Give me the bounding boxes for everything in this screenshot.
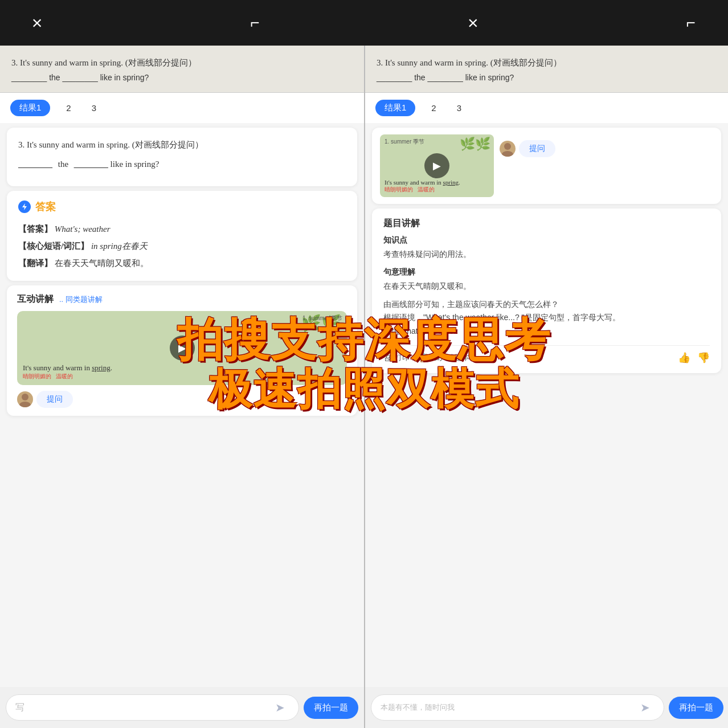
- crop-icon-right[interactable]: ⌐: [677, 14, 705, 32]
- left-answer-val1: What's; weather: [55, 224, 111, 234]
- left-video-text-overlay: It's sunny and warm in spring. 晴朗明媚的 温暖的: [23, 363, 112, 381]
- error-book-icon: 📋: [419, 353, 430, 363]
- right-send-icon[interactable]: ➤: [640, 701, 650, 714]
- crop-icon-left[interactable]: ⌐: [241, 14, 269, 32]
- left-answer-title-row: 答案: [18, 200, 346, 214]
- svg-point-4: [502, 151, 513, 157]
- right-blank-line: ________ the ________ like in spring?: [377, 73, 514, 82]
- left-answer-val3: 在春天天气晴朗又暖和。: [55, 259, 149, 268]
- left-tab-2[interactable]: 2: [62, 100, 75, 116]
- left-video-main-text: It's sunny and warm in spring.: [23, 363, 112, 373]
- left-ask-button[interactable]: 提问: [36, 391, 73, 408]
- similar-link[interactable]: .. 同类题讲解: [59, 295, 103, 305]
- left-blank2: ________: [74, 159, 108, 169]
- right-print-button[interactable]: 🖨 打印: [383, 353, 410, 363]
- right-video-overlay: It's sunny and warm in spring. 晴朗明媚的 温暖的: [385, 179, 460, 194]
- thumb-down-button[interactable]: 👎: [697, 351, 710, 364]
- right-analysis-body3: 故填What's; weather.: [383, 325, 710, 338]
- right-question-text: 3. It's sunny and warm in spring. (对画线部分…: [377, 56, 717, 69]
- right-video-note: 1. summer 季节: [385, 138, 424, 146]
- right-sentence-body: 在春天天气晴朗又暖和。: [383, 280, 710, 293]
- left-tab-3[interactable]: 3: [87, 100, 101, 116]
- right-section-title: 题目讲解: [383, 218, 710, 230]
- left-blank-line: ________ the ________ like in spring?: [11, 73, 149, 82]
- left-input-box[interactable]: 写 ➤: [6, 694, 299, 721]
- close-icon-left[interactable]: ×: [23, 13, 51, 34]
- right-knowledge-title: 知识点: [383, 235, 710, 246]
- svg-point-1: [22, 394, 28, 400]
- left-blank1: ________: [18, 159, 52, 169]
- left-answer-blanks: ________ the ________ like in spring?: [18, 157, 346, 172]
- left-answer-card: 3. It's sunny and warm in spring. (对画线部分…: [7, 128, 357, 186]
- left-answer-question: 3. It's sunny and warm in spring. (对画线部分…: [18, 138, 346, 153]
- right-print-bar: 🖨 打印 📋 加入错题本 👍 👎: [383, 345, 710, 364]
- left-answer-line2: 【核心短语/词汇】 in spring在春天: [18, 238, 346, 255]
- svg-point-2: [19, 402, 31, 407]
- right-question-image: 3. It's sunny and warm in spring. (对画线部分…: [365, 46, 728, 93]
- left-answer-label3: 【翻译】: [18, 259, 52, 268]
- answer-section-title: 答案: [35, 200, 56, 214]
- right-tab-1[interactable]: 结果1: [375, 100, 415, 116]
- main-area: 3. It's sunny and warm in spring. (对画线部分…: [0, 46, 728, 728]
- left-avatar: [17, 391, 33, 407]
- right-tab-3[interactable]: 3: [452, 100, 466, 116]
- left-answer-val2: in spring在春天: [91, 242, 148, 251]
- left-ask-btn-row: 提问: [17, 391, 347, 408]
- left-input-placeholder-text: 写: [15, 702, 24, 714]
- right-question-blank: ________ the ________ like in spring?: [377, 73, 717, 82]
- left-interactive-header: 互动讲解 .. 同类题讲解: [17, 293, 347, 305]
- right-knowledge-body: 考查特殊疑问词的用法。: [383, 248, 710, 261]
- avatar-icon: [17, 391, 33, 407]
- right-input-box[interactable]: 本题有不懂，随时问我 ➤: [371, 694, 664, 721]
- answer-icon: [18, 201, 31, 213]
- right-tree-deco: 🌿🌿: [460, 137, 490, 152]
- left-question-text: 3. It's sunny and warm in spring. (对画线部分…: [11, 56, 353, 69]
- left-question-blank: ________ the ________ like in spring?: [11, 73, 353, 82]
- left-answer-line1: 【答案】 What's; weather: [18, 220, 346, 238]
- svg-marker-0: [22, 203, 27, 210]
- right-error-book-button[interactable]: 📋 加入错题本: [419, 353, 469, 363]
- left-question-main-text: 3. It's sunny and warm in spring. (对画线部分…: [11, 58, 197, 67]
- left-answer-label1: 【答案】: [18, 224, 52, 234]
- right-video-spring: spring: [443, 179, 459, 186]
- left-tab-1[interactable]: 结果1: [10, 100, 50, 116]
- right-input-placeholder-text: 本题有不懂，随时问我: [381, 702, 455, 713]
- right-tab-2[interactable]: 2: [427, 100, 440, 116]
- right-explanation-section: 题目讲解 知识点 考查特殊疑问词的用法。 句意理解 在春天天气晴朗又暖和。 由画…: [372, 208, 721, 373]
- right-video-card: 🌿🌿 ▶ It's sunny and warm in spring. 晴朗明媚…: [372, 128, 721, 204]
- right-analysis-body2: 根据语境，"What's the weather like...? "是固定句型…: [383, 311, 710, 325]
- error-book-label: 加入错题本: [432, 353, 469, 363]
- left-send-icon[interactable]: ➤: [275, 701, 285, 714]
- left-panel: 3. It's sunny and warm in spring. (对画线部分…: [0, 46, 364, 728]
- right-panel: 3. It's sunny and warm in spring. (对画线部分…: [364, 46, 728, 728]
- svg-point-3: [504, 143, 511, 150]
- right-video-play-button[interactable]: ▶: [424, 153, 449, 178]
- right-sentence-title: 句意理解: [383, 267, 710, 277]
- close-icon-right[interactable]: ×: [459, 13, 487, 34]
- print-label: 打印: [395, 353, 410, 363]
- right-video-info: 提问: [500, 134, 713, 197]
- right-avatar: [500, 141, 516, 157]
- right-bottom-bar: 本题有不懂，随时问我 ➤ 再拍一题: [365, 687, 728, 728]
- left-video-play-button[interactable]: ▶: [170, 336, 195, 361]
- left-answer-section: 答案 【答案】 What's; weather 【核心短语/词汇】 in spr…: [7, 191, 357, 281]
- left-video-annotation: 晴朗明媚的 温暖的: [23, 373, 112, 381]
- thumb-up-button[interactable]: 👍: [678, 351, 690, 364]
- left-like: like in spring?: [111, 159, 159, 169]
- thumb-icons-group: 👍 👎: [678, 351, 710, 364]
- right-ask-btn-row: 提问: [500, 140, 713, 157]
- print-icon: 🖨: [383, 353, 392, 362]
- right-avatar-icon: [500, 141, 516, 157]
- left-interactive-section: 互动讲解 .. 同类题讲解 🌿🌿 ▶ It's sunny and warm i…: [7, 285, 357, 416]
- left-the: the: [58, 159, 71, 169]
- left-question-image: 3. It's sunny and warm in spring. (对画线部分…: [0, 46, 364, 93]
- right-analysis-body1: 由画线部分可知，主题应该问春天的天气怎么样？: [383, 298, 710, 312]
- right-ask-button[interactable]: 提问: [519, 140, 555, 157]
- right-rephotograph-button[interactable]: 再拍一题: [669, 697, 723, 719]
- left-video-note: 1. summer 季节: [302, 314, 342, 322]
- right-video-annotation: 晴朗明媚的 温暖的: [385, 186, 460, 194]
- left-answer-label2: 【核心短语/词汇】: [18, 242, 89, 251]
- left-rephotograph-button[interactable]: 再拍一题: [304, 697, 358, 719]
- top-bar: × ⌐ × ⌐: [0, 0, 728, 46]
- left-video-spring: spring: [92, 363, 111, 372]
